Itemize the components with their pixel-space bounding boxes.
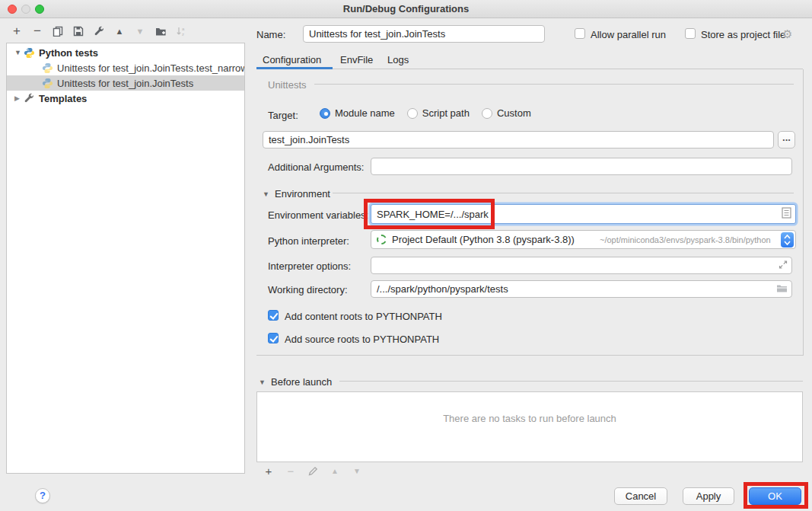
sort-configurations-icon: az — [175, 25, 187, 37]
interpreter-options-input[interactable] — [377, 257, 769, 273]
tree-item-unittest-jointests-selected[interactable]: Unittests for test_join.JoinTests — [7, 75, 244, 91]
environment-variables-input[interactable] — [377, 205, 765, 223]
interpreter-value: Project Default (Python 3.8 (pyspark-3.8… — [392, 234, 575, 245]
environment-section-title: Environment — [275, 188, 330, 200]
edit-variables-list-icon[interactable] — [782, 207, 791, 221]
add-content-roots-checkbox[interactable] — [268, 310, 279, 321]
help-button[interactable]: ? — [35, 488, 50, 503]
python-tests-icon — [24, 47, 35, 59]
title-bar: Run/Debug Configurations — [0, 0, 812, 18]
radio-label: Script path — [422, 107, 470, 119]
python-test-icon — [42, 78, 53, 89]
radio-icon — [407, 108, 418, 119]
interpreter-path: ~/opt/miniconda3/envs/pyspark-3.8/bin/py… — [600, 235, 771, 244]
tree-item-label: Templates — [39, 93, 87, 104]
before-launch-empty-text: There are no tasks to run before launch — [256, 413, 803, 424]
additional-arguments-label: Additional Arguments: — [268, 161, 364, 173]
copy-configuration-icon[interactable] — [52, 25, 64, 37]
configurations-toolbar: + − ▲ ▼ az — [11, 24, 187, 38]
add-task-button[interactable]: + — [263, 465, 275, 477]
allow-parallel-run-label: Allow parallel run — [591, 29, 666, 40]
remove-task-button: − — [285, 465, 297, 477]
store-as-project-file-checkbox[interactable] — [685, 28, 696, 39]
tree-item-python-tests[interactable]: ▼ Python tests — [7, 45, 244, 60]
apply-button[interactable]: Apply — [683, 487, 734, 505]
expand-editor-icon[interactable] — [779, 260, 788, 271]
store-gear-icon[interactable]: ⚙ — [782, 28, 792, 40]
tab-logs[interactable]: Logs — [387, 54, 409, 68]
unittests-group-label: Unittests — [268, 79, 307, 91]
python-interpreter-label: Python interpreter: — [268, 235, 349, 247]
before-launch-toolbar: + − ▲ ▼ — [263, 465, 363, 477]
before-launch-section-line — [339, 381, 803, 382]
save-configuration-icon[interactable] — [72, 25, 84, 37]
expander-icon[interactable]: ▶ — [14, 94, 24, 102]
before-launch-task-list[interactable] — [256, 391, 803, 462]
allow-parallel-run-checkbox[interactable] — [575, 28, 585, 39]
cancel-button[interactable]: Cancel — [614, 487, 667, 505]
tab-configuration[interactable]: Configuration — [263, 54, 321, 68]
ok-button[interactable]: OK — [749, 487, 801, 505]
environment-section-line — [333, 193, 794, 193]
environment-variables-label: Environment variables: — [268, 209, 368, 221]
name-label: Name: — [256, 29, 285, 40]
additional-arguments-input[interactable] — [371, 158, 792, 175]
target-label: Target: — [268, 110, 298, 121]
interpreter-dropdown-spinner[interactable] — [781, 232, 794, 248]
task-move-down-icon: ▼ — [351, 465, 363, 477]
working-directory-input[interactable] — [377, 281, 761, 297]
move-up-icon[interactable]: ▲ — [113, 25, 126, 37]
run-debug-configurations-dialog: Run/Debug Configurations + − ▲ ▼ az ▼ Py — [0, 0, 812, 511]
name-input[interactable] — [303, 25, 545, 43]
add-source-roots-label: Add source roots to PYTHONPATH — [285, 334, 439, 345]
store-as-project-file-label: Store as project file — [701, 29, 785, 40]
python-test-icon — [42, 62, 53, 74]
working-directory-label: Working directory: — [268, 284, 348, 295]
interpreter-options-field[interactable] — [371, 257, 792, 274]
window-title: Run/Debug Configurations — [0, 0, 812, 18]
tab-envfile[interactable]: EnvFile — [340, 54, 373, 68]
conda-environment-icon — [377, 235, 387, 244]
radio-selected-icon — [320, 108, 330, 119]
expander-icon[interactable]: ▼ — [14, 49, 24, 56]
tree-item-unittest-narrow[interactable]: Unittests for test_join.JoinTests.test_n… — [7, 60, 244, 75]
tree-item-label: Python tests — [39, 47, 98, 59]
python-interpreter-select[interactable]: Project Default (Python 3.8 (pyspark-3.8… — [371, 230, 796, 249]
tree-item-templates[interactable]: ▶ Templates — [7, 91, 244, 106]
edit-task-pencil-icon — [307, 465, 319, 477]
tree-item-label: Unittests for test_join.JoinTests.test_n… — [57, 62, 244, 74]
radio-icon — [482, 108, 492, 119]
task-move-up-icon: ▲ — [329, 465, 341, 477]
radio-label: Module name — [335, 107, 395, 119]
radio-script-path[interactable]: Script path — [407, 107, 470, 119]
tree-item-label: Unittests for test_join.JoinTests — [57, 78, 193, 89]
environment-variables-field[interactable] — [371, 204, 796, 224]
add-configuration-button[interactable]: + — [11, 25, 23, 37]
browse-target-button[interactable]: ... — [778, 131, 795, 149]
environment-expander-icon[interactable]: ▼ — [263, 190, 269, 198]
add-source-roots-checkbox[interactable] — [268, 333, 279, 343]
new-folder-icon[interactable] — [154, 25, 167, 37]
unittests-group-line — [314, 84, 794, 85]
before-launch-section-title: Before launch — [271, 376, 332, 388]
target-radio-group: Module name Script path Custom — [320, 107, 531, 119]
working-directory-field[interactable] — [371, 280, 792, 298]
radio-module-name[interactable]: Module name — [320, 107, 395, 119]
radio-custom[interactable]: Custom — [482, 107, 531, 119]
radio-label: Custom — [497, 107, 531, 119]
configurations-tree: ▼ Python tests Unittests for test_join.J… — [6, 43, 245, 474]
edit-templates-wrench-icon[interactable] — [93, 25, 105, 37]
browse-folder-icon[interactable] — [776, 283, 788, 295]
interpreter-options-label: Interpreter options: — [268, 260, 351, 272]
svg-text:a: a — [182, 27, 185, 31]
remove-configuration-button[interactable]: − — [31, 25, 43, 37]
templates-wrench-icon — [24, 93, 35, 104]
move-down-icon: ▼ — [134, 25, 146, 37]
svg-text:z: z — [182, 32, 184, 37]
target-module-input[interactable] — [263, 131, 774, 149]
before-launch-expander-icon[interactable]: ▼ — [259, 378, 266, 386]
add-content-roots-label: Add content roots to PYTHONPATH — [285, 311, 442, 322]
